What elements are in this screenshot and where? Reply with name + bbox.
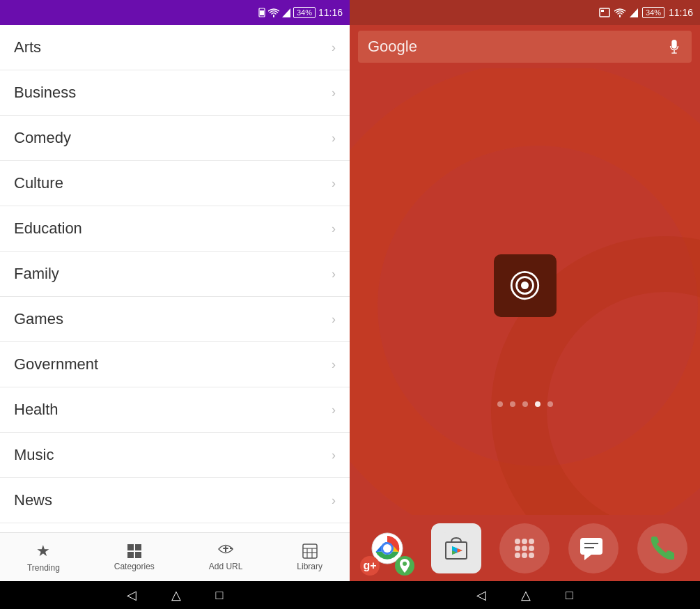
screenshot-icon [599, 8, 610, 17]
nav-trending[interactable]: ★ Trending [16, 537, 71, 578]
svg-point-39 [529, 539, 534, 544]
svg-rect-1 [260, 10, 264, 15]
chevron-icon: › [332, 86, 336, 100]
status-bar-right: 34% 11:16 [350, 0, 700, 25]
play-store-icon [440, 532, 472, 564]
dock-play-store[interactable] [431, 523, 481, 573]
google-search-text: Google [368, 38, 667, 56]
android-home-bg [350, 68, 700, 515]
home-button[interactable]: △ [171, 587, 181, 603]
recent-button-right[interactable]: □ [566, 588, 573, 603]
recent-button[interactable]: □ [216, 588, 224, 603]
category-item-culture[interactable]: Culture › [0, 161, 350, 206]
svg-point-20 [521, 282, 529, 289]
chevron-icon: › [332, 176, 336, 191]
star-icon: ★ [36, 542, 50, 560]
svg-marker-47 [584, 555, 591, 560]
svg-point-44 [522, 553, 527, 558]
system-bar-left: ◁ △ □ [0, 581, 350, 609]
category-item-games[interactable]: Games › [0, 297, 350, 342]
svg-rect-5 [127, 552, 134, 558]
category-item-family[interactable]: Family › [0, 252, 350, 297]
back-button-right[interactable]: ◁ [476, 587, 486, 603]
category-list: Arts › Business › Comedy › Culture › Edu… [0, 25, 350, 532]
page-dot-2 [510, 401, 515, 407]
svg-point-30 [403, 562, 407, 566]
add-url-icon [217, 544, 234, 559]
time-left: 11:16 [318, 7, 343, 18]
page-dot-1 [497, 401, 503, 407]
svg-point-40 [515, 546, 520, 551]
svg-marker-17 [630, 8, 638, 17]
wifi-icon-right [614, 8, 625, 17]
battery-left: 34% [293, 7, 316, 18]
chevron-icon: › [332, 312, 336, 327]
messenger-icon [577, 532, 609, 564]
podcast-app-icon[interactable] [494, 254, 557, 317]
phone-icon [647, 533, 678, 564]
battery-right: 34% [642, 7, 664, 18]
category-item-business[interactable]: Business › [0, 70, 350, 116]
nav-categories[interactable]: Categories [103, 538, 166, 577]
svg-rect-4 [135, 544, 141, 550]
svg-rect-46 [580, 538, 602, 555]
dock-app-drawer[interactable] [499, 523, 550, 573]
nav-add-url[interactable]: Add URL [198, 538, 254, 577]
dock-phone[interactable] [637, 523, 687, 573]
chevron-icon: › [332, 40, 336, 55]
chevron-icon: › [332, 267, 336, 282]
category-item-health[interactable]: Health › [0, 387, 350, 433]
podcast-icon-svg [506, 266, 544, 304]
chevron-icon: › [332, 403, 336, 417]
home-page-dots [497, 401, 553, 407]
home-button-right[interactable]: △ [521, 587, 531, 603]
category-item-arts[interactable]: Arts › [0, 25, 350, 70]
back-button[interactable]: ◁ [127, 587, 137, 603]
dock-messenger[interactable] [568, 523, 619, 573]
signal-icon-right [630, 8, 638, 17]
svg-point-37 [515, 539, 520, 544]
app-drawer-icon [511, 534, 538, 562]
status-icons-left: 34% 11:16 [258, 7, 343, 18]
svg-rect-10 [303, 544, 317, 558]
svg-point-26 [383, 544, 391, 553]
system-bar-right: ◁ △ □ [350, 581, 700, 609]
bottom-nav: ★ Trending Categories Add URL [0, 532, 350, 581]
wifi-icon [268, 8, 279, 17]
svg-point-45 [529, 553, 534, 558]
category-item-government[interactable]: Government › [0, 342, 350, 387]
chevron-icon: › [332, 131, 336, 146]
category-item-news[interactable]: News › [0, 478, 350, 523]
gplus-icon: g+ [359, 555, 380, 576]
google-search-bar[interactable]: Google [358, 31, 692, 63]
svg-rect-6 [135, 552, 141, 558]
dock-bar: g+ [350, 515, 700, 581]
svg-rect-15 [600, 8, 609, 17]
svg-rect-16 [601, 10, 604, 12]
chevron-icon: › [332, 448, 336, 463]
svg-point-41 [522, 546, 527, 551]
category-item-comedy[interactable]: Comedy › [0, 116, 350, 161]
nav-library[interactable]: Library [286, 538, 334, 577]
left-panel: 34% 11:16 Arts › Business › Comedy › Cul… [0, 0, 350, 609]
library-icon [302, 544, 318, 559]
page-dot-4 [535, 401, 540, 407]
svg-text:g+: g+ [364, 560, 377, 571]
chevron-icon: › [332, 222, 336, 236]
page-dot-3 [522, 401, 528, 407]
category-item-education[interactable]: Education › [0, 206, 350, 252]
chevron-icon: › [332, 357, 336, 372]
time-right: 11:16 [669, 7, 693, 18]
signal-icon [282, 8, 290, 17]
category-item-music[interactable]: Music › [0, 433, 350, 478]
chevron-icon: › [332, 493, 336, 508]
page-dot-5 [547, 401, 553, 407]
svg-point-42 [529, 546, 534, 551]
grid-icon [127, 544, 142, 559]
status-bar-left: 34% 11:16 [0, 0, 350, 25]
dock-chrome-gplus[interactable]: g+ [362, 523, 412, 573]
sim-icon [258, 8, 265, 17]
mic-icon[interactable] [667, 39, 682, 54]
svg-marker-2 [282, 8, 290, 17]
maps-icon [394, 555, 415, 576]
